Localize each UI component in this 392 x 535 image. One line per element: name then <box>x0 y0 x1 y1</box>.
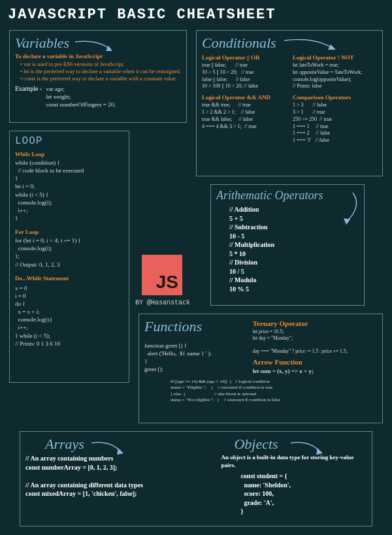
for-code: for (let i = 0; i < 4; i += 1) { console… <box>15 236 123 268</box>
variables-bullets: var is used in pre-ES6 versions of JavaS… <box>15 61 181 82</box>
while-heading: While Loop <box>15 151 123 157</box>
arrays-code: // An array containing numbers const num… <box>25 454 214 498</box>
conditionals-box: Conditionals Logical Operator || OR true… <box>196 30 383 176</box>
not-heading: Logical Operator ! NOT <box>293 54 377 61</box>
while-code: while (condition) { // code block to be … <box>15 159 123 222</box>
bullet: var is used in pre-ES6 versions of JavaS… <box>20 61 181 68</box>
not-code: let lateToWork = true; let oppositeValue… <box>293 62 377 90</box>
and-code: true && true; // true 1 > 2 && 2 > 1; //… <box>202 102 286 130</box>
variables-heading: Variables <box>15 35 181 52</box>
objects-heading: Objects <box>234 436 367 453</box>
arithmetic-box: Arithematic Operators // Addition 5 + 5 … <box>210 184 365 306</box>
cmp-heading: Comparison Operators <box>293 94 377 101</box>
objects-intro: An object is a built-in data type for st… <box>221 454 367 469</box>
do-code: x = 0 i = 0 do { x = x + i; console.log(… <box>15 284 123 348</box>
conditionals-heading: Conditionals <box>202 35 377 52</box>
arrays-heading: Arrays <box>45 436 214 453</box>
do-heading: Do...While Statement <box>15 275 123 282</box>
if-code: if ((age >= 14) && (age < 19)) { // logi… <box>171 379 377 404</box>
variables-intro: To declare a variable in JavaScript <box>15 53 181 59</box>
page-title: JAVASCRIPT BASIC CHEATSHEET <box>8 7 384 23</box>
or-heading: Logical Operator || OR <box>202 54 286 61</box>
and-heading: Logical Operator && AND <box>202 94 286 101</box>
arrays-objects-box: Arrays // An array containing numbers co… <box>20 431 372 527</box>
loop-heading: LOOP <box>15 135 123 147</box>
ternary-code: let price = 10.5; let day = "Monday"; da… <box>253 329 377 355</box>
arithmetic-code: // Addition 5 + 5 // Subtraction 10 - 5 … <box>229 205 359 293</box>
bullet: let is the preferred way to declare a va… <box>20 68 181 75</box>
arrow-code: let sum = (x, y) => x + y; <box>253 367 377 375</box>
variables-example-code: var age; let weight; const numberOfFinge… <box>46 85 115 108</box>
js-logo: JS <box>142 255 182 295</box>
for-heading: For Loop <box>15 229 123 235</box>
functions-box: Functions function greet () { alert ('He… <box>139 314 383 423</box>
cmp-code: 1 > 3 // false 3 > 1 // true 250 >= 250 … <box>293 102 377 144</box>
functions-code: function greet () { alert ('Hello, ${ na… <box>144 342 246 374</box>
objects-code: const student = { name: 'Sheldon', score… <box>240 472 367 516</box>
variables-box: Variables To declare a variable in JavaS… <box>9 30 187 123</box>
example-label: Example - <box>15 85 42 108</box>
or-code: true || false; // true 10 > 5 || 10 > 20… <box>202 62 286 90</box>
functions-heading: Functions <box>144 318 246 335</box>
arrow-heading: Arrow Function <box>253 358 377 366</box>
ternary-heading: Ternary Operator <box>253 319 377 327</box>
bullet: const is the preferred way to declare a … <box>20 75 181 82</box>
byline: BY @Hasanstack <box>135 299 190 306</box>
loop-box: LOOP While Loop while (condition) { // c… <box>9 131 129 383</box>
arithmetic-heading: Arithematic Operators <box>216 189 359 203</box>
